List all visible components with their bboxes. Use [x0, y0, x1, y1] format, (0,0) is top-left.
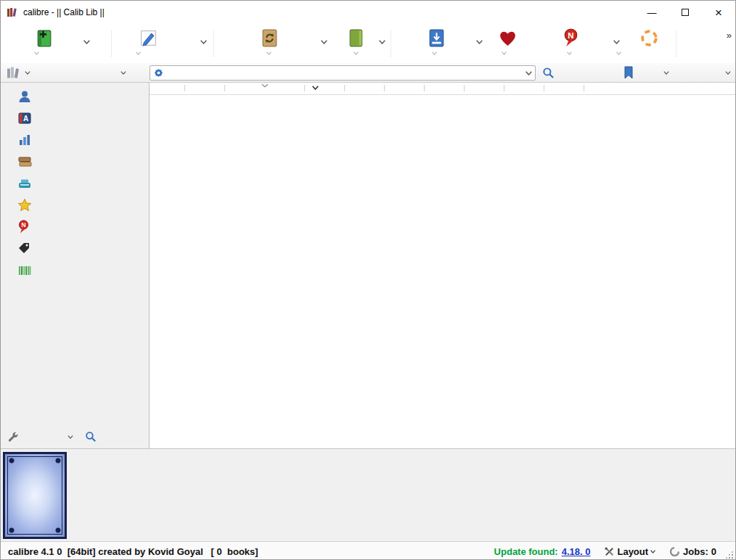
- book-list: [150, 83, 735, 448]
- column-header[interactable]: [345, 83, 385, 94]
- column-header[interactable]: [425, 83, 465, 94]
- window-title: calibre - || Calib Lib ||: [23, 7, 105, 17]
- fetch-news-menu-arrow-icon[interactable]: [613, 40, 620, 44]
- add-books-button[interactable]: [33, 27, 54, 49]
- saved-search-button[interactable]: [623, 66, 634, 79]
- edit-metadata-icon: [139, 28, 158, 48]
- sidebar-item-tags[interactable]: [1, 238, 149, 260]
- toolbar-separator: [676, 30, 676, 57]
- series-icon: [17, 133, 32, 147]
- connect-share-button[interactable]: [638, 27, 660, 49]
- view-book-button[interactable]: [345, 27, 367, 49]
- layout-button[interactable]: Layout: [604, 546, 655, 557]
- search-box[interactable]: [150, 65, 536, 81]
- minimize-button[interactable]: —: [635, 1, 668, 24]
- column-header[interactable]: [225, 83, 305, 94]
- update-found-label: Update found:: [494, 546, 558, 557]
- add-books-icon: [34, 28, 54, 48]
- view-book-icon: [346, 28, 366, 48]
- column-header[interactable]: [150, 83, 185, 94]
- jobs-button[interactable]: Jobs: 0: [669, 546, 716, 557]
- saved-search-bookmark-icon: [623, 69, 634, 81]
- search-input[interactable]: [164, 66, 522, 80]
- resize-grip[interactable]: [725, 551, 733, 559]
- layout-label: Layout: [617, 546, 648, 557]
- identifiers-barcode-icon: [17, 265, 32, 276]
- convert-books-menu-arrow-icon[interactable]: [321, 40, 327, 44]
- book-details-panel: [1, 448, 735, 541]
- library-switcher-button[interactable]: [6, 66, 20, 80]
- window-controls: — ×: [635, 1, 735, 24]
- book-cover[interactable]: [3, 452, 67, 539]
- column-header[interactable]: [185, 83, 225, 94]
- add-books-menu-arrow-icon[interactable]: [83, 40, 90, 44]
- search-history-arrow-icon[interactable]: [522, 66, 535, 80]
- advanced-search-gear-icon[interactable]: [153, 67, 164, 78]
- statusbar: calibre 4.1 0 [64bit] created by Kovid G…: [1, 541, 735, 560]
- dropdown-arrow-icon: [432, 52, 437, 55]
- configure-tag-browser-button[interactable]: [7, 431, 20, 443]
- convert-books-icon: [260, 28, 279, 48]
- maximize-button[interactable]: [668, 1, 702, 24]
- tag-browser: A N: [1, 83, 150, 448]
- calibre-window: calibre - || Calib Lib || — ×: [0, 0, 736, 560]
- column-header[interactable]: [305, 83, 345, 94]
- edit-metadata-menu-arrow-icon[interactable]: [200, 40, 207, 44]
- virtual-library-menu-arrow-icon[interactable]: [120, 71, 126, 75]
- search-row: [1, 63, 735, 83]
- sidebar-item-ratings[interactable]: [1, 194, 149, 216]
- version-status-text: calibre 4.1 0 [64bit] created by Kovid G…: [8, 546, 258, 557]
- sidebar-item-authors[interactable]: [1, 86, 149, 107]
- search-magnifier-icon: [542, 69, 555, 81]
- search-button[interactable]: [542, 67, 555, 79]
- saved-search-menu-arrow-icon[interactable]: [663, 71, 669, 75]
- dropdown-arrow-icon: [266, 52, 271, 55]
- jobs-label: Jobs:: [683, 546, 708, 557]
- column-header: [584, 83, 735, 94]
- sidebar-item-series[interactable]: [1, 129, 149, 151]
- main-toolbar: N »: [1, 24, 735, 63]
- configure-menu-arrow-icon[interactable]: [68, 435, 73, 439]
- sidebar-item-identifiers[interactable]: [1, 260, 149, 281]
- sort-indicator-icon: [261, 83, 269, 88]
- column-header[interactable]: [465, 83, 504, 94]
- svg-text:N: N: [21, 221, 25, 228]
- update-version-link[interactable]: 4.18. 0: [562, 546, 591, 557]
- donate-heart-icon: [498, 29, 518, 47]
- news-icon: N: [17, 220, 30, 234]
- titlebar: calibre - || Calib Lib || — ×: [1, 1, 735, 24]
- save-to-disk-button[interactable]: [425, 27, 447, 49]
- dropdown-arrow-icon: [616, 52, 621, 55]
- toolbar-overflow-button[interactable]: »: [727, 30, 732, 41]
- main-area: A N: [1, 83, 735, 448]
- column-header[interactable]: [544, 83, 584, 94]
- fetch-news-button[interactable]: N: [560, 27, 581, 49]
- donate-button[interactable]: [496, 27, 518, 49]
- search-row-overflow-arrow-icon[interactable]: [725, 71, 731, 75]
- save-to-disk-menu-arrow-icon[interactable]: [476, 40, 483, 44]
- layout-menu-arrow-icon: [650, 550, 655, 553]
- dropdown-arrow-icon: [353, 52, 359, 55]
- sidebar-item-publisher[interactable]: [1, 173, 149, 194]
- library-switcher-menu-arrow-icon[interactable]: [25, 71, 30, 75]
- calibre-logo-icon: [7, 7, 18, 18]
- close-button[interactable]: ×: [702, 1, 735, 24]
- convert-books-button[interactable]: [258, 27, 280, 49]
- edit-metadata-button[interactable]: [137, 27, 159, 49]
- column-header[interactable]: [385, 83, 425, 94]
- toolbar-separator: [391, 30, 391, 57]
- svg-text:N: N: [568, 30, 573, 39]
- sidebar-item-news[interactable]: N: [1, 216, 149, 238]
- library-books-icon: [6, 70, 20, 82]
- find-magnifier-icon: [85, 432, 97, 445]
- toolbar-separator: [213, 30, 214, 57]
- sidebar-item-languages[interactable]: A: [1, 107, 149, 129]
- dropdown-arrow-icon: [136, 52, 141, 55]
- find-in-tag-browser-button[interactable]: [85, 431, 97, 442]
- sidebar-item-formats[interactable]: [1, 151, 149, 173]
- view-book-menu-arrow-icon[interactable]: [379, 40, 385, 44]
- dropdown-arrow-icon: [502, 52, 507, 55]
- column-menu-arrow-icon[interactable]: [312, 86, 319, 90]
- column-header[interactable]: [504, 83, 544, 94]
- publisher-icon: [17, 176, 32, 191]
